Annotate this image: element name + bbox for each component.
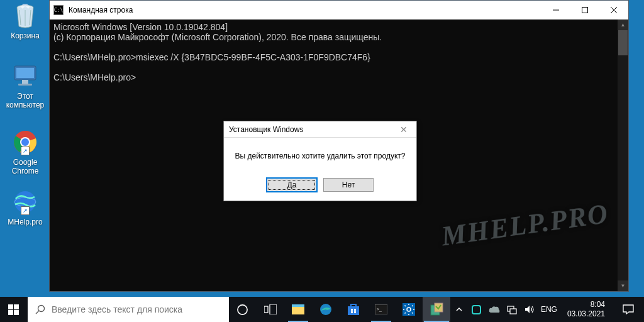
folder-icon: [292, 304, 304, 314]
svg-rect-21: [354, 311, 356, 313]
desktop-icon-recycle-bin[interactable]: Корзина: [1, 3, 49, 40]
clock-date: 03.03.2021: [567, 309, 605, 319]
svg-rect-20: [351, 311, 353, 313]
windows-logo-icon: [8, 304, 19, 315]
dialog-title: Установщик Windows: [229, 125, 396, 134]
window-title: Командная строка: [64, 6, 541, 14]
scroll-up-icon[interactable]: ▲: [618, 19, 628, 30]
taskbar-app-explorer[interactable]: [284, 297, 312, 322]
scroll-track[interactable]: [618, 30, 628, 280]
computer-icon: [12, 63, 38, 89]
clock-time: 8:04: [567, 300, 605, 309]
svg-rect-30: [510, 309, 516, 314]
cortana-icon: [236, 304, 248, 316]
svg-rect-17: [348, 306, 359, 315]
start-button[interactable]: [0, 297, 28, 322]
taskbar-app-cmd[interactable]: >_: [367, 297, 395, 322]
scroll-down-icon[interactable]: ▼: [618, 280, 628, 291]
globe-icon: ↗: [12, 189, 38, 215]
svg-rect-3: [22, 80, 28, 84]
svg-rect-14: [270, 304, 277, 314]
taskbar-app-settings[interactable]: [395, 297, 423, 322]
svg-rect-2: [16, 68, 34, 78]
desktop-icon-label: MHelp.pro: [1, 218, 49, 226]
svg-point-7: [21, 138, 29, 146]
tray-onedrive-icon[interactable]: [488, 306, 501, 313]
minimize-button[interactable]: [541, 1, 570, 19]
desktop-icon-mhelp[interactable]: ↗ MHelp.pro: [1, 189, 49, 226]
tray-app-icon[interactable]: [470, 305, 483, 314]
settings-app-icon: [402, 303, 415, 316]
no-button[interactable]: Нет: [323, 178, 374, 192]
search-icon: [35, 304, 45, 314]
svg-point-11: [38, 306, 44, 312]
tray-overflow-button[interactable]: [453, 306, 465, 313]
cmd-icon: C:\: [53, 5, 64, 15]
desktop-icon-label: Этот компьютер: [1, 92, 49, 110]
notification-icon: [623, 304, 634, 314]
search-placeholder: Введите здесь текст для поиска: [52, 304, 182, 314]
dialog-message: Вы действительно хотите удалить этот про…: [224, 138, 416, 174]
installer-icon: [430, 303, 443, 316]
desktop-icon-label: Google Chrome: [1, 158, 49, 176]
task-view-icon: [264, 304, 277, 314]
store-icon: [347, 304, 360, 315]
window-titlebar[interactable]: C:\ Командная строка: [50, 1, 628, 19]
taskbar-app-store[interactable]: [340, 297, 367, 322]
language-indicator[interactable]: ENG: [541, 305, 557, 314]
tray-volume-icon[interactable]: [523, 305, 536, 314]
yes-button[interactable]: Да: [267, 178, 317, 192]
desktop-icon-label: Корзина: [1, 31, 49, 40]
svg-rect-10: [582, 8, 588, 13]
action-center-button[interactable]: [615, 304, 641, 314]
edge-icon: [319, 303, 332, 316]
desktop-icon-chrome[interactable]: ↗ Google Chrome: [1, 129, 49, 176]
taskbar: Введите здесь текст для поиска: [0, 297, 644, 322]
chrome-icon: ↗: [12, 129, 38, 155]
recycle-bin-icon: [12, 3, 38, 29]
close-button[interactable]: [599, 1, 628, 19]
scrollbar[interactable]: ▲ ▼: [618, 19, 628, 291]
desktop: Корзина Этот компьютер ↗: [0, 0, 644, 322]
svg-rect-19: [354, 309, 356, 311]
cortana-button[interactable]: [229, 297, 257, 322]
task-view-button[interactable]: [257, 297, 284, 322]
system-tray: ENG 8:04 03.03.2021: [450, 297, 644, 322]
svg-rect-15: [292, 304, 304, 307]
scroll-thumb[interactable]: [618, 30, 628, 55]
desktop-icon-this-pc[interactable]: Этот компьютер: [1, 63, 49, 110]
dialog-titlebar[interactable]: Установщик Windows ✕: [224, 121, 416, 138]
search-input[interactable]: Введите здесь текст для поиска: [28, 297, 229, 322]
watermark: MHELP.PRO: [440, 197, 611, 253]
shortcut-overlay-icon: ↗: [21, 147, 30, 155]
clock[interactable]: 8:04 03.03.2021: [562, 300, 610, 319]
dialog-close-button[interactable]: ✕: [396, 125, 411, 135]
svg-rect-13: [264, 306, 268, 313]
maximize-button[interactable]: [570, 1, 599, 19]
taskbar-app-installer[interactable]: [423, 297, 450, 322]
terminal-icon: >_: [375, 304, 387, 314]
svg-rect-4: [18, 84, 32, 86]
svg-rect-28: [472, 306, 480, 314]
taskbar-app-edge[interactable]: [312, 297, 340, 322]
shortcut-overlay-icon: ↗: [21, 206, 30, 215]
windows-installer-dialog: Установщик Windows ✕ Вы действительно хо…: [223, 121, 417, 201]
svg-rect-18: [351, 309, 353, 311]
svg-point-12: [238, 304, 247, 314]
svg-text:>_: >_: [377, 307, 382, 312]
tray-network-icon[interactable]: [506, 304, 518, 314]
